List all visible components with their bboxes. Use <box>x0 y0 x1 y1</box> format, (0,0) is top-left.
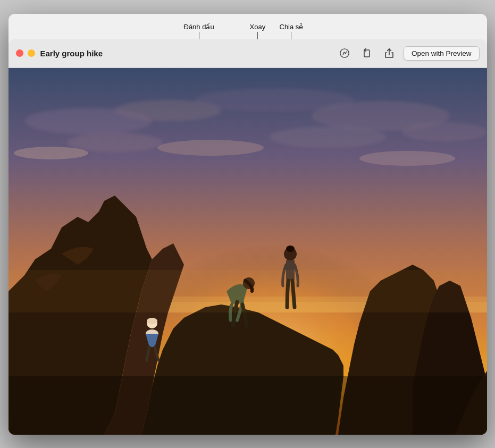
image-container <box>9 68 487 435</box>
window-title: Early group hike <box>40 49 331 58</box>
svg-point-9 <box>402 122 487 141</box>
markup-button[interactable] <box>337 45 353 61</box>
close-button[interactable]: × <box>16 49 23 57</box>
share-button[interactable] <box>381 45 397 61</box>
scene-svg <box>9 68 487 435</box>
toolbar-actions: Open with Preview <box>337 45 480 61</box>
share-icon <box>384 48 395 58</box>
tooltip-xoay-label: Xoay <box>250 23 266 31</box>
tooltip-connector-chia-se <box>291 32 291 39</box>
svg-point-12 <box>14 147 88 159</box>
window-controls: × – <box>16 49 35 57</box>
rotate-button[interactable] <box>359 45 375 61</box>
titlebar: × – Early group hike <box>9 39 487 68</box>
tooltip-chia-se-label: Chia sẻ <box>280 23 304 31</box>
svg-point-10 <box>67 133 163 152</box>
tooltip-xoay: Xoay <box>250 23 266 39</box>
annotation-icon <box>339 48 350 58</box>
minimize-button[interactable]: – <box>28 49 35 57</box>
tooltip-connector-xoay <box>257 32 258 39</box>
svg-point-23 <box>286 246 295 252</box>
tooltip-danh-dau: Đánh dấu <box>184 23 214 39</box>
svg-rect-24 <box>9 270 487 312</box>
svg-point-14 <box>359 151 455 166</box>
tooltip-connector-danh-dau <box>199 32 199 39</box>
tooltip-row: Đánh dấu Xoay Chia sẻ <box>9 14 487 39</box>
svg-point-11 <box>269 126 386 148</box>
svg-rect-25 <box>9 376 487 435</box>
svg-point-13 <box>157 140 264 156</box>
quick-look-window: Đánh dấu Xoay Chia sẻ × – Early group hi… <box>9 14 487 435</box>
open-with-preview-button[interactable]: Open with Preview <box>404 46 480 61</box>
tooltip-chia-se: Chia sẻ <box>280 23 304 39</box>
svg-point-19 <box>147 318 157 324</box>
tooltip-danh-dau-label: Đánh dấu <box>184 23 214 31</box>
rotate-icon <box>362 48 372 58</box>
